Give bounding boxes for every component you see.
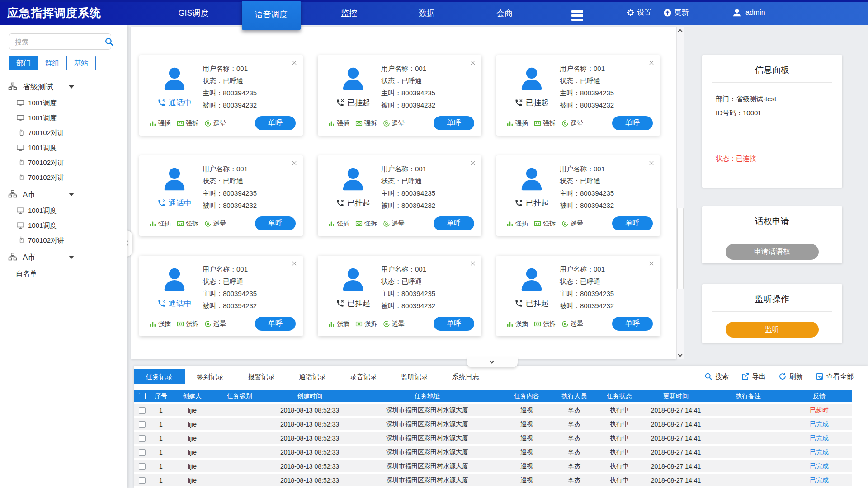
- force-insert-action[interactable]: 强插: [149, 220, 171, 228]
- tree-node[interactable]: 省级测试: [0, 78, 127, 96]
- row-checkbox[interactable]: [139, 477, 146, 484]
- tree-node[interactable]: 1001调度: [0, 111, 127, 126]
- tree-node[interactable]: 白名单: [0, 266, 127, 281]
- tree-node[interactable]: A市: [0, 248, 127, 266]
- single-call-button[interactable]: 单呼: [255, 116, 296, 130]
- sidebar-tab[interactable]: 部门: [9, 56, 38, 70]
- scroll-down-arrow[interactable]: [677, 352, 684, 359]
- feedback-cell[interactable]: 已超时: [787, 404, 852, 416]
- table-row[interactable]: 1 lijie 2018-08-13 08:52:33 深圳市福田区彩田村水源大…: [134, 474, 852, 486]
- force-release-action[interactable]: 强拆: [534, 220, 556, 228]
- search-records-button[interactable]: 搜索: [704, 372, 729, 381]
- force-insert-action[interactable]: 强插: [149, 320, 171, 328]
- row-checkbox[interactable]: [139, 463, 146, 470]
- user-menu[interactable]: admin: [732, 8, 765, 18]
- remote-stun-action[interactable]: 遥晕: [561, 320, 583, 328]
- force-release-action[interactable]: 强拆: [355, 119, 377, 127]
- table-row[interactable]: 1 lijie 2018-08-13 08:52:33 深圳市福田区彩田村水源大…: [134, 432, 852, 444]
- records-tab[interactable]: 报警记录: [236, 369, 287, 384]
- close-icon[interactable]: [648, 260, 655, 267]
- feedback-cell[interactable]: 已完成: [787, 418, 852, 430]
- single-call-button[interactable]: 单呼: [434, 216, 474, 230]
- single-call-button[interactable]: 单呼: [255, 317, 296, 331]
- force-insert-action[interactable]: 强插: [328, 320, 349, 328]
- force-release-action[interactable]: 强拆: [534, 119, 556, 127]
- force-release-action[interactable]: 强拆: [177, 220, 198, 228]
- feedback-cell[interactable]: 已完成: [787, 446, 852, 458]
- menu-icon[interactable]: [571, 10, 583, 23]
- single-call-button[interactable]: 单呼: [255, 216, 296, 230]
- tree-node[interactable]: 1001调度: [0, 96, 127, 111]
- table-row[interactable]: 1 lijie 2018-08-13 08:52:33 深圳市福田区彩田村水源大…: [134, 446, 852, 458]
- sidebar-tab[interactable]: 基站: [67, 56, 95, 70]
- nav-tab[interactable]: 监控: [310, 0, 388, 25]
- remote-stun-action[interactable]: 遥晕: [204, 320, 226, 328]
- force-insert-action[interactable]: 强插: [506, 320, 528, 328]
- records-tab[interactable]: 签到记录: [185, 369, 236, 384]
- table-row[interactable]: 1 lijie 2018-08-13 08:52:33 深圳市福田区彩田村水源大…: [134, 404, 852, 416]
- tree-node[interactable]: A市: [0, 185, 127, 203]
- force-release-action[interactable]: 强拆: [355, 220, 377, 228]
- search-input[interactable]: [9, 33, 111, 50]
- force-insert-action[interactable]: 强插: [328, 220, 349, 228]
- scroll-up-arrow[interactable]: [677, 27, 684, 35]
- settings-button[interactable]: 设置: [627, 8, 651, 18]
- remote-stun-action[interactable]: 遥晕: [204, 220, 226, 228]
- table-row[interactable]: 1 lijie 2018-08-13 08:52:33 深圳市福田区彩田村水源大…: [134, 460, 852, 472]
- tree-node[interactable]: 700102对讲: [0, 155, 127, 170]
- sidebar-tab[interactable]: 群组: [38, 56, 66, 70]
- close-icon[interactable]: [648, 160, 655, 166]
- force-insert-action[interactable]: 强插: [149, 119, 171, 127]
- feedback-cell[interactable]: 已完成: [787, 460, 852, 472]
- remote-stun-action[interactable]: 遥晕: [383, 320, 405, 328]
- select-all-checkbox[interactable]: [139, 393, 146, 399]
- bottom-collapse-handle[interactable]: [467, 357, 518, 367]
- force-release-action[interactable]: 强拆: [534, 320, 556, 328]
- row-checkbox[interactable]: [139, 435, 146, 442]
- records-tab[interactable]: 录音记录: [338, 369, 389, 384]
- row-checkbox[interactable]: [139, 421, 146, 428]
- remote-stun-action[interactable]: 遥晕: [561, 220, 583, 228]
- close-icon[interactable]: [291, 260, 297, 267]
- records-tab[interactable]: 系统日志: [440, 369, 491, 384]
- tree-node[interactable]: 1001调度: [0, 203, 127, 218]
- tree-node[interactable]: 1001调度: [0, 141, 127, 155]
- tree-node[interactable]: 700102对讲: [0, 233, 127, 248]
- refresh-button[interactable]: 刷新: [778, 372, 803, 381]
- single-call-button[interactable]: 单呼: [434, 317, 474, 331]
- remote-stun-action[interactable]: 遥晕: [383, 220, 405, 228]
- close-icon[interactable]: [291, 60, 297, 66]
- records-tab[interactable]: 监听记录: [389, 369, 440, 384]
- vertical-scrollbar[interactable]: [676, 27, 684, 359]
- nav-tab[interactable]: GIS调度: [155, 0, 232, 25]
- nav-tab[interactable]: 语音调度: [242, 1, 301, 30]
- table-row[interactable]: 1 lijie 2018-08-13 08:52:33 深圳市福田区彩田村水源大…: [134, 418, 852, 430]
- records-tab[interactable]: 通话记录: [287, 369, 338, 384]
- close-icon[interactable]: [470, 260, 476, 267]
- force-insert-action[interactable]: 强插: [506, 119, 528, 127]
- nav-tab[interactable]: 会商: [466, 0, 543, 25]
- close-icon[interactable]: [470, 160, 476, 166]
- force-insert-action[interactable]: 强插: [506, 220, 528, 228]
- update-button[interactable]: 更新: [663, 8, 689, 18]
- row-checkbox[interactable]: [139, 407, 146, 414]
- feedback-cell[interactable]: 已完成: [787, 432, 852, 444]
- scrollbar-thumb[interactable]: [677, 208, 684, 289]
- row-checkbox[interactable]: [139, 449, 146, 456]
- monitor-button[interactable]: 监听: [726, 322, 819, 338]
- feedback-cell[interactable]: 已完成: [787, 474, 852, 486]
- records-tab[interactable]: 任务记录: [134, 369, 185, 384]
- close-icon[interactable]: [291, 160, 297, 166]
- close-icon[interactable]: [648, 60, 655, 66]
- single-call-button[interactable]: 单呼: [434, 116, 474, 130]
- single-call-button[interactable]: 单呼: [612, 317, 653, 331]
- tree-node[interactable]: 1001调度: [0, 218, 127, 233]
- remote-stun-action[interactable]: 遥晕: [383, 119, 405, 127]
- view-all-button[interactable]: 查看全部: [816, 372, 854, 381]
- tree-node[interactable]: 700102对讲: [0, 170, 127, 185]
- request-talk-right-button[interactable]: 申请话语权: [726, 244, 819, 260]
- single-call-button[interactable]: 单呼: [612, 216, 653, 230]
- nav-tab[interactable]: 数据: [388, 0, 466, 25]
- force-release-action[interactable]: 强拆: [177, 320, 198, 328]
- force-release-action[interactable]: 强拆: [177, 119, 198, 127]
